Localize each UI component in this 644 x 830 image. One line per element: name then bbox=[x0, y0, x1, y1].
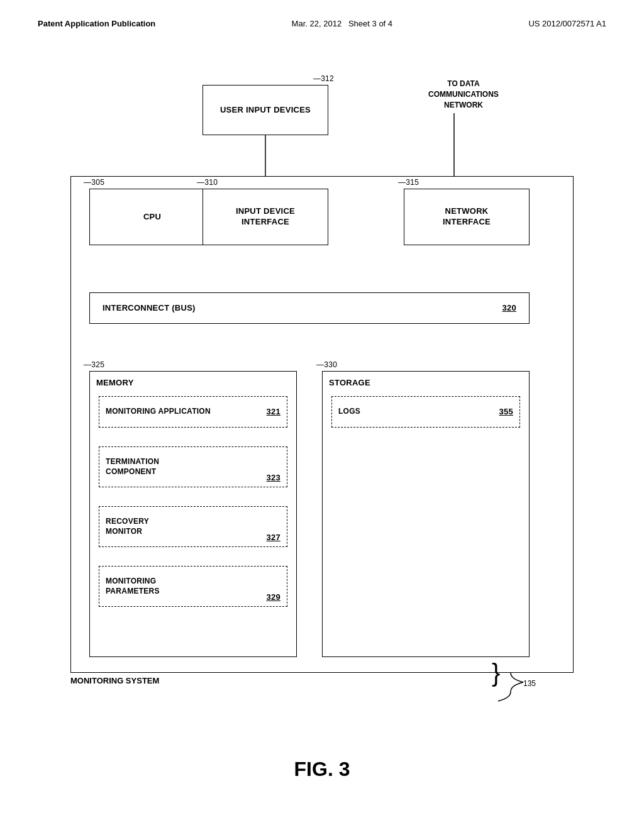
header-right: US 2012/0072571 A1 bbox=[528, 19, 606, 28]
page: Patent Application Publication Mar. 22, … bbox=[0, 0, 644, 830]
input-device-interface-label: INPUT DEVICE INTERFACE bbox=[236, 206, 295, 228]
figure-label: FIG. 3 bbox=[38, 758, 606, 781]
logs-box: LOGS 355 bbox=[331, 396, 520, 428]
header-date: Mar. 22, 2012 bbox=[292, 19, 342, 28]
diagram: USER INPUT DEVICES —312 TO DATA COMMUNIC… bbox=[52, 53, 592, 745]
user-input-devices-label: USER INPUT DEVICES bbox=[220, 105, 311, 116]
recovery-monitor-ref: 327 bbox=[267, 533, 280, 543]
monitoring-params-label: MONITORING PARAMETERS bbox=[106, 577, 160, 596]
cpu-label: CPU bbox=[143, 212, 161, 223]
logs-label: LOGS bbox=[338, 407, 360, 417]
termination-comp-box: TERMINATION COMPONENT 323 bbox=[99, 446, 287, 487]
monitoring-app-box: MONITORING APPLICATION 321 bbox=[99, 396, 287, 428]
to-data-comm-label: TO DATA COMMUNICATIONS NETWORK bbox=[423, 79, 504, 110]
logs-ref: 355 bbox=[499, 407, 513, 418]
to-data-comm-text: TO DATA COMMUNICATIONS NETWORK bbox=[428, 79, 499, 109]
user-input-devices-box: USER INPUT DEVICES —312 bbox=[203, 85, 328, 135]
input-device-interface-ref: —310 bbox=[197, 178, 218, 188]
storage-label: STORAGE bbox=[329, 378, 370, 389]
network-interface-label: NETWORK INTERFACE bbox=[443, 206, 491, 228]
storage-ref: —330 bbox=[316, 360, 337, 370]
curly-brace: } bbox=[492, 660, 500, 685]
network-interface-ref: —315 bbox=[398, 178, 419, 188]
memory-label: MEMORY bbox=[96, 378, 134, 389]
header-sheet: Sheet 3 of 4 bbox=[348, 19, 392, 28]
interconnect-box: INTERCONNECT (BUS) 320 bbox=[89, 292, 530, 324]
monitoring-params-box: MONITORING PARAMETERS 329 bbox=[99, 566, 287, 607]
termination-comp-ref: 323 bbox=[267, 473, 280, 484]
memory-ref: —325 bbox=[84, 360, 104, 370]
cpu-ref: —305 bbox=[84, 178, 104, 188]
header: Patent Application Publication Mar. 22, … bbox=[38, 19, 606, 28]
monitoring-params-ref: 329 bbox=[267, 592, 280, 603]
monitoring-system-label: MONITORING SYSTEM bbox=[70, 676, 159, 685]
ref-135: 135 bbox=[523, 679, 536, 688]
monitoring-app-label: MONITORING APPLICATION bbox=[106, 407, 211, 417]
cpu-box: CPU —305 bbox=[89, 189, 215, 245]
termination-comp-label: TERMINATION COMPONENT bbox=[106, 457, 159, 477]
header-left: Patent Application Publication bbox=[38, 19, 155, 28]
input-device-interface-box: INPUT DEVICE INTERFACE —310 bbox=[203, 189, 328, 245]
recovery-monitor-label: RECOVERY MONITOR bbox=[106, 517, 149, 536]
network-interface-box: NETWORK INTERFACE —315 bbox=[404, 189, 530, 245]
interconnect-label: INTERCONNECT (BUS) bbox=[103, 303, 196, 314]
monitoring-app-ref: 321 bbox=[267, 407, 280, 418]
interconnect-ref: 320 bbox=[502, 303, 516, 314]
recovery-monitor-box: RECOVERY MONITOR 327 bbox=[99, 506, 287, 547]
user-input-devices-ref: —312 bbox=[313, 74, 334, 84]
header-center: Mar. 22, 2012 Sheet 3 of 4 bbox=[292, 19, 392, 28]
